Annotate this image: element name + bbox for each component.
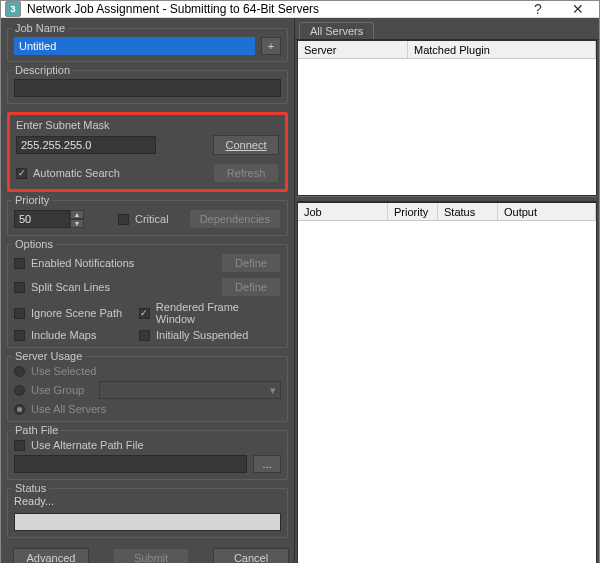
server-usage-label: Server Usage — [12, 350, 85, 362]
col-matched-plugin[interactable]: Matched Plugin — [408, 41, 596, 58]
refresh-button[interactable]: Refresh — [213, 163, 279, 183]
ignore-scene-checkbox[interactable] — [14, 308, 25, 319]
servers-list-body[interactable] — [298, 59, 596, 195]
ignore-scene-label: Ignore Scene Path — [31, 307, 133, 319]
cancel-button[interactable]: Cancel — [213, 548, 289, 563]
options-group: Options Enabled Notifications Define Spl… — [7, 244, 288, 348]
status-group: Status Ready... — [7, 488, 288, 538]
window-title: Network Job Assignment - Submitting to 6… — [27, 2, 527, 16]
status-label: Status — [12, 482, 49, 494]
jobname-add-button[interactable]: + — [261, 37, 281, 55]
priority-label: Priority — [12, 194, 52, 206]
split-scan-checkbox[interactable] — [14, 282, 25, 293]
use-alt-path-label: Use Alternate Path File — [31, 439, 144, 451]
close-button[interactable]: ✕ — [567, 1, 589, 17]
options-label: Options — [12, 238, 56, 250]
advanced-button[interactable]: Advanced — [13, 548, 89, 563]
use-selected-radio[interactable] — [14, 366, 25, 377]
dialog-body: Job Name + Description Enter Subnet Mask — [1, 18, 599, 563]
priority-spinner[interactable]: ▲ ▼ — [14, 210, 84, 228]
define-notifications-button[interactable]: Define — [221, 253, 281, 273]
col-priority[interactable]: Priority — [388, 203, 438, 220]
server-usage-group: Server Usage Use Selected Use Group ▾ Us… — [7, 356, 288, 422]
priority-down-icon[interactable]: ▼ — [70, 219, 84, 228]
subnet-label: Enter Subnet Mask — [16, 119, 279, 131]
status-text: Ready... — [14, 493, 281, 509]
split-scan-label: Split Scan Lines — [31, 281, 110, 293]
col-server[interactable]: Server — [298, 41, 408, 58]
define-split-button[interactable]: Define — [221, 277, 281, 297]
status-progress — [14, 513, 281, 531]
enabled-notifications-checkbox[interactable] — [14, 258, 25, 269]
servers-header: Server Matched Plugin — [298, 41, 596, 59]
jobs-list: Job Priority Status Output — [297, 202, 597, 563]
submit-button[interactable]: Submit — [113, 548, 189, 563]
use-alt-path-checkbox[interactable] — [14, 440, 25, 451]
include-maps-label: Include Maps — [31, 329, 133, 341]
rendered-frame-label: Rendered Frame Window — [156, 301, 281, 325]
help-button[interactable]: ? — [527, 1, 549, 17]
use-all-label: Use All Servers — [31, 403, 106, 415]
use-all-radio[interactable] — [14, 404, 25, 415]
critical-label: Critical — [135, 213, 169, 225]
jobs-list-body[interactable] — [298, 221, 596, 563]
group-select[interactable]: ▾ — [99, 381, 281, 399]
app-icon: 3 — [5, 1, 21, 17]
col-status[interactable]: Status — [438, 203, 498, 220]
critical-checkbox[interactable] — [118, 214, 129, 225]
include-maps-checkbox[interactable] — [14, 330, 25, 341]
initially-suspended-checkbox[interactable] — [139, 330, 150, 341]
right-panel: All Servers Server Matched Plugin Job Pr… — [295, 18, 599, 563]
jobs-header: Job Priority Status Output — [298, 203, 596, 221]
automatic-search-checkbox[interactable]: ✓ — [16, 168, 27, 179]
footer-buttons: Advanced Submit Cancel — [7, 540, 288, 563]
path-file-browse-button[interactable]: ... — [253, 455, 281, 473]
path-file-input[interactable] — [14, 455, 247, 473]
dialog-window: 3 Network Job Assignment - Submitting to… — [0, 0, 600, 563]
priority-group: Priority ▲ ▼ Critical Dependencies — [7, 200, 288, 236]
server-tabstrip: All Servers — [295, 18, 599, 40]
tab-all-servers[interactable]: All Servers — [299, 22, 374, 39]
path-file-group: Path File Use Alternate Path File ... — [7, 430, 288, 480]
jobname-label: Job Name — [12, 22, 68, 34]
initially-suspended-label: Initially Suspended — [156, 329, 248, 341]
jobname-input[interactable] — [14, 37, 255, 55]
jobname-group: Job Name + — [7, 28, 288, 62]
dependencies-button[interactable]: Dependencies — [189, 209, 281, 229]
col-job[interactable]: Job — [298, 203, 388, 220]
description-label: Description — [12, 64, 73, 76]
use-group-label: Use Group — [31, 384, 93, 396]
description-input[interactable] — [14, 79, 281, 97]
col-output[interactable]: Output — [498, 203, 596, 220]
connect-button[interactable]: Connect — [213, 135, 279, 155]
subnet-input[interactable] — [16, 136, 156, 154]
priority-input[interactable] — [14, 210, 70, 228]
priority-up-icon[interactable]: ▲ — [70, 210, 84, 219]
subnet-group-highlighted: Enter Subnet Mask Connect ✓ Automatic Se… — [7, 112, 288, 192]
enabled-notifications-label: Enabled Notifications — [31, 257, 134, 269]
rendered-frame-checkbox[interactable]: ✓ — [139, 308, 150, 319]
automatic-search-label: Automatic Search — [33, 167, 120, 179]
use-group-radio[interactable] — [14, 385, 25, 396]
left-panel: Job Name + Description Enter Subnet Mask — [1, 18, 295, 563]
titlebar: 3 Network Job Assignment - Submitting to… — [1, 1, 599, 18]
titlebar-controls: ? ✕ — [527, 1, 595, 17]
use-selected-label: Use Selected — [31, 365, 96, 377]
servers-list: Server Matched Plugin — [297, 40, 597, 196]
path-file-label: Path File — [12, 424, 61, 436]
description-group: Description — [7, 70, 288, 104]
